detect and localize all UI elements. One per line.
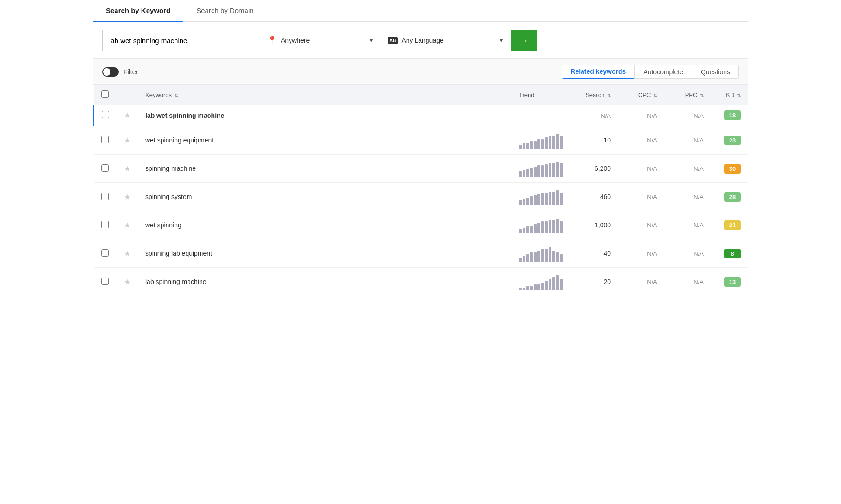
- keyword-input[interactable]: [102, 30, 260, 51]
- trend-bar: [541, 283, 544, 290]
- trend-bar: [519, 145, 522, 149]
- trend-bar: [549, 136, 551, 149]
- row-kd: 13: [711, 268, 748, 296]
- trend-bar: [526, 198, 529, 205]
- trend-bar: [523, 288, 525, 290]
- header-search[interactable]: Search ⇅: [572, 85, 618, 105]
- location-dropdown[interactable]: 📍 Anywhere ▼: [260, 30, 381, 51]
- header-kd[interactable]: KD ⇅: [711, 85, 748, 105]
- trend-bar: [523, 256, 525, 262]
- row-ppc: N/A: [665, 239, 711, 268]
- row-cpc: N/A: [618, 155, 665, 183]
- table-row: ★lab spinning machine20N/AN/A13: [94, 268, 749, 296]
- row-keyword: wet spinning equipment: [138, 126, 511, 155]
- trend-bar: [556, 162, 559, 177]
- row-checkbox[interactable]: [102, 111, 109, 118]
- row-checkbox[interactable]: [101, 136, 109, 143]
- tab-keyword[interactable]: Search by Keyword: [93, 0, 183, 22]
- trend-bar: [519, 258, 522, 262]
- search-arrow-icon: →: [519, 35, 529, 46]
- star-icon[interactable]: ★: [124, 165, 130, 173]
- trend-bar: [552, 136, 555, 149]
- trend-bar: [552, 163, 555, 177]
- table-row: ★spinning lab equipment40N/AN/A8: [94, 239, 749, 268]
- header-trend: Trend: [511, 85, 572, 105]
- trend-bar: [560, 221, 563, 233]
- kd-sort-icon: ⇅: [737, 93, 741, 98]
- row-ppc: N/A: [665, 155, 711, 183]
- row-trend: [511, 183, 572, 211]
- table-row: ★lab wet spinning machineN/AN/AN/A18: [94, 105, 749, 126]
- header-keywords[interactable]: Keywords ⇅: [138, 85, 511, 105]
- star-icon[interactable]: ★: [124, 111, 130, 119]
- row-cpc: N/A: [618, 211, 665, 239]
- trend-bar: [537, 284, 540, 290]
- trend-bar: [556, 275, 559, 290]
- results-table-wrapper: Keywords ⇅ Trend Search ⇅ CPC ⇅: [93, 85, 748, 296]
- row-search-volume: 20: [572, 268, 618, 296]
- row-star-cell: ★: [116, 211, 138, 239]
- row-kd: 8: [711, 239, 748, 268]
- trend-bar: [530, 168, 533, 177]
- row-trend: [511, 105, 572, 126]
- select-all-checkbox[interactable]: [101, 90, 109, 98]
- header-ppc[interactable]: PPC ⇅: [665, 85, 711, 105]
- tab-related-keywords[interactable]: Related keywords: [562, 65, 634, 79]
- row-star-cell: ★: [116, 268, 138, 296]
- table-row: ★spinning machine6,200N/AN/A30: [94, 155, 749, 183]
- language-dropdown[interactable]: AB Any Language ▼: [381, 30, 511, 51]
- row-checkbox[interactable]: [101, 164, 109, 172]
- star-icon[interactable]: ★: [124, 193, 130, 201]
- trend-bar: [537, 251, 540, 262]
- trend-bar: [519, 229, 522, 233]
- search-button[interactable]: →: [511, 30, 537, 51]
- row-checkbox[interactable]: [101, 221, 109, 228]
- trend-bar: [523, 199, 525, 205]
- row-search-volume: 10: [572, 126, 618, 155]
- trend-bar: [519, 288, 522, 290]
- cpc-sort-icon: ⇅: [653, 93, 657, 98]
- trend-bar: [537, 223, 540, 233]
- filter-toggle[interactable]: [102, 67, 119, 77]
- row-keyword: spinning lab equipment: [138, 239, 511, 268]
- trend-bar: [541, 193, 544, 205]
- row-kd: 18: [711, 105, 748, 126]
- row-ppc: N/A: [665, 211, 711, 239]
- header-cpc[interactable]: CPC ⇅: [618, 85, 665, 105]
- tab-domain[interactable]: Search by Domain: [183, 0, 266, 22]
- tab-questions[interactable]: Questions: [692, 65, 739, 79]
- star-icon[interactable]: ★: [124, 221, 130, 229]
- row-ppc: N/A: [665, 105, 711, 126]
- row-keyword: wet spinning: [138, 211, 511, 239]
- trend-bar: [545, 249, 548, 262]
- trend-bar: [526, 143, 529, 149]
- row-cpc: N/A: [618, 126, 665, 155]
- row-checkbox[interactable]: [101, 278, 109, 285]
- row-checkbox-cell: [94, 126, 117, 155]
- row-trend: [511, 126, 572, 155]
- trend-bar: [526, 226, 529, 233]
- row-checkbox-cell: [94, 155, 117, 183]
- row-checkbox[interactable]: [101, 193, 109, 200]
- star-icon[interactable]: ★: [124, 278, 130, 286]
- row-keyword: lab wet spinning machine: [138, 105, 511, 126]
- kd-badge: 23: [724, 136, 741, 145]
- trend-bar: [560, 279, 563, 290]
- trend-bar: [519, 171, 522, 177]
- header-select: [94, 85, 117, 105]
- row-keyword: spinning machine: [138, 155, 511, 183]
- language-icon: AB: [388, 37, 398, 44]
- trend-bar: [545, 221, 548, 233]
- row-kd: 30: [711, 155, 748, 183]
- row-star-cell: ★: [116, 155, 138, 183]
- location-icon: 📍: [267, 35, 277, 45]
- main-tabs: Search by Keyword Search by Domain: [93, 0, 748, 22]
- row-search-volume: 460: [572, 183, 618, 211]
- star-icon[interactable]: ★: [124, 136, 130, 144]
- star-icon[interactable]: ★: [124, 250, 130, 258]
- row-checkbox[interactable]: [101, 249, 109, 257]
- kd-badge: 8: [724, 249, 741, 258]
- tab-autocomplete[interactable]: Autocomplete: [634, 65, 692, 79]
- search-sort-icon: ⇅: [607, 93, 611, 98]
- toggle-knob: [103, 68, 110, 76]
